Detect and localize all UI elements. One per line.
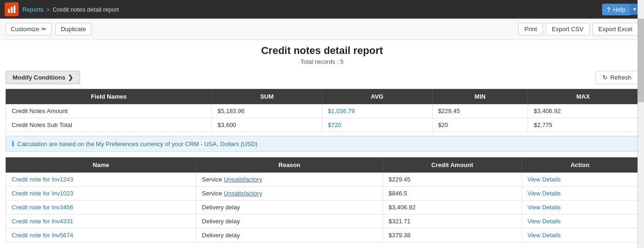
top-nav: Reports > Credit notes detail report ? H… [0, 0, 637, 19]
detail-credit-amount: $379.38 [383, 228, 522, 242]
summary-col-min: MIN [432, 89, 528, 104]
detail-name-cell[interactable]: Credit note for Inv1243 [6, 173, 197, 187]
table-row: Credit note for Inv4331Delivery delay$32… [6, 214, 638, 228]
detail-credit-amount: $229.45 [383, 173, 522, 187]
detail-name-link[interactable]: Credit note for Inv1023 [12, 190, 73, 197]
detail-action-cell[interactable]: View Details [522, 187, 637, 201]
breadcrumb: Reports > Credit notes detail report [22, 6, 119, 13]
table-row: Credit note for Inv3456Delivery delay$3,… [6, 201, 638, 214]
detail-credit-amount: $321.71 [383, 214, 522, 228]
summary-sum: $5,183.96 [212, 104, 322, 118]
scrollbar-track[interactable] [637, 0, 644, 248]
detail-credit-amount: $3,406.92 [383, 201, 522, 214]
detail-reason-cell: Service Unsatisfactory [196, 173, 383, 187]
customize-button[interactable]: Customize ✏ [6, 23, 52, 35]
refresh-label: Refresh [610, 74, 631, 81]
export-csv-label: Export CSV [552, 26, 583, 33]
detail-col-name: Name [6, 158, 197, 173]
refresh-icon: ↻ [603, 74, 608, 81]
summary-table-body: Credit Notes Amount$5,183.96$1,036.79$22… [6, 104, 638, 132]
scrollbar-thumb[interactable] [637, 19, 644, 102]
detail-action-cell[interactable]: View Details [522, 201, 637, 214]
detail-credit-amount: $846.5 [383, 187, 522, 201]
summary-max: $2,775 [528, 118, 637, 132]
question-icon: ? [607, 6, 610, 13]
view-details-link[interactable]: View Details [528, 232, 561, 239]
customize-label: Customize [11, 26, 39, 33]
app-logo [5, 2, 19, 16]
table-row: Credit note for Inv1243Service Unsatisfa… [6, 173, 638, 187]
summary-col-sum: SUM [212, 89, 322, 104]
print-label: Print [524, 26, 537, 33]
info-icon: ℹ [12, 140, 14, 147]
conditions-bar: Modify Conditions ❯ ↻ Refresh [0, 68, 637, 87]
detail-name-cell[interactable]: Credit note for Inv1023 [6, 187, 197, 201]
export-excel-button[interactable]: Export Excel [592, 23, 637, 35]
detail-table-header: Name Reason Credit Amount Action [6, 158, 638, 173]
summary-col-max: MAX [528, 89, 637, 104]
info-notice: ℹ Calculation are based on the My Prefer… [6, 136, 637, 152]
detail-action-cell[interactable]: View Details [522, 228, 637, 242]
modify-conditions-button[interactable]: Modify Conditions ❯ [6, 71, 80, 84]
detail-col-action: Action [522, 158, 637, 173]
info-notice-text: Calculation are based on the My Preferen… [17, 141, 258, 147]
detail-name-link[interactable]: Credit note for Inv4331 [12, 218, 73, 225]
duplicate-button[interactable]: Duplicate [55, 23, 91, 35]
detail-name-link[interactable]: Credit note for Inv1243 [12, 176, 73, 183]
summary-sum: $3,600 [212, 118, 322, 132]
summary-table-header: Field Names SUM AVG MIN MAX [6, 89, 638, 104]
view-details-link[interactable]: View Details [528, 204, 561, 211]
help-button[interactable]: ? Help [602, 4, 630, 15]
table-row: Credit note for Inv5674Delivery delay$37… [6, 228, 638, 242]
detail-reason-cell: Service Unsatisfactory [196, 187, 383, 201]
detail-reason-cell: Delivery delay [196, 201, 383, 214]
summary-col-avg: AVG [322, 89, 432, 104]
detail-reason-cell: Delivery delay [196, 228, 383, 242]
table-row: Credit Notes Sub Total$3,600$720$20$2,77… [6, 118, 638, 132]
table-row: Credit Notes Amount$5,183.96$1,036.79$22… [6, 104, 638, 118]
reason-link[interactable]: Unsatisfactory [224, 190, 262, 197]
detail-action-cell[interactable]: View Details [522, 173, 637, 187]
detail-name-cell[interactable]: Credit note for Inv5674 [6, 228, 197, 242]
summary-max: $3,406.92 [528, 104, 637, 118]
svg-rect-0 [8, 9, 10, 13]
detail-name-link[interactable]: Credit note for Inv5674 [12, 232, 73, 239]
detail-name-cell[interactable]: Credit note for Inv3456 [6, 201, 197, 214]
modify-conditions-label: Modify Conditions [13, 74, 65, 81]
summary-avg: $1,036.79 [322, 104, 432, 118]
print-button[interactable]: Print [518, 23, 543, 35]
detail-col-credit-amount: Credit Amount [383, 158, 522, 173]
svg-rect-2 [14, 6, 15, 13]
pencil-icon: ✏ [41, 26, 47, 33]
detail-action-cell[interactable]: View Details [522, 214, 637, 228]
view-details-link[interactable]: View Details [528, 218, 561, 225]
table-row: Credit note for Inv1023Service Unsatisfa… [6, 187, 638, 201]
summary-min: $229.45 [432, 104, 528, 118]
toolbar: Customize ✏ Duplicate Print Export CSV [0, 19, 637, 40]
summary-min: $20 [432, 118, 528, 132]
detail-name-link[interactable]: Credit note for Inv3456 [12, 204, 73, 211]
detail-reason-cell: Delivery delay [196, 214, 383, 228]
help-label: Help [613, 6, 625, 13]
detail-table: Name Reason Credit Amount Action Credit … [6, 157, 637, 242]
summary-field-name: Credit Notes Sub Total [6, 118, 212, 132]
detail-name-cell[interactable]: Credit note for Inv4331 [6, 214, 197, 228]
view-details-link[interactable]: View Details [528, 190, 561, 197]
help-dropdown-button[interactable]: ▾ [630, 4, 637, 15]
breadcrumb-separator: > [47, 6, 50, 13]
report-subtitle: Total records : 5 [0, 58, 637, 65]
duplicate-label: Duplicate [61, 26, 86, 33]
summary-col-field-names: Field Names [6, 89, 212, 104]
summary-field-name: Credit Notes Amount [6, 104, 212, 118]
reason-link[interactable]: Unsatisfactory [224, 176, 262, 183]
chevron-right-icon: ❯ [68, 74, 73, 81]
report-title-area: Credit notes detail report Total records… [0, 40, 637, 68]
svg-rect-1 [11, 7, 13, 13]
refresh-button[interactable]: ↻ Refresh [596, 71, 637, 84]
export-csv-button[interactable]: Export CSV [546, 23, 590, 35]
report-title: Credit notes detail report [0, 45, 637, 57]
breadcrumb-reports-link[interactable]: Reports [22, 6, 44, 13]
view-details-link[interactable]: View Details [528, 176, 561, 183]
summary-avg: $720 [322, 118, 432, 132]
detail-col-reason: Reason [196, 158, 383, 173]
